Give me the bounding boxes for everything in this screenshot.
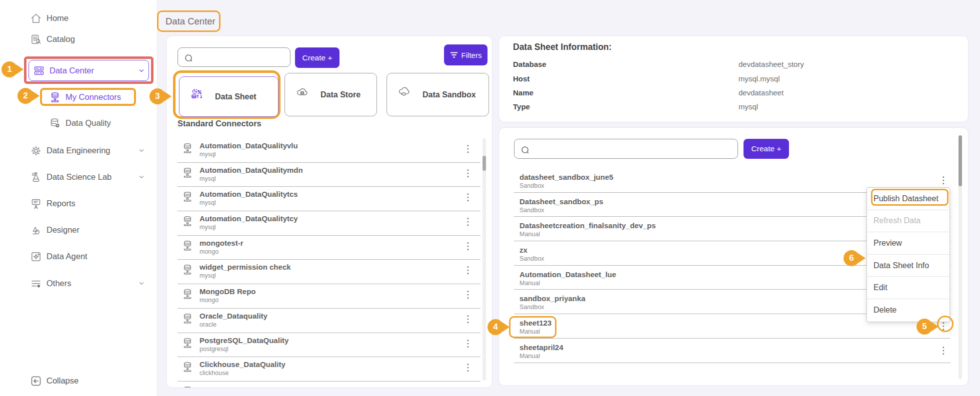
datasheet-list-scrollbar — [958, 135, 962, 379]
kebab-menu-icon[interactable] — [462, 312, 474, 327]
menu-item-publish-datasheet[interactable]: Publish Datasheet — [867, 188, 950, 210]
sidebar-item-designer[interactable]: Designer — [30, 222, 146, 237]
kebab-menu-icon[interactable] — [462, 239, 474, 254]
kebab-menu-icon[interactable] — [462, 263, 474, 278]
connector-list-scrollbar — [482, 138, 486, 381]
sidebar-item-data-center[interactable]: Data Center — [33, 63, 146, 78]
home-icon — [30, 12, 41, 23]
menu-item-refresh-data: Refresh Data — [867, 210, 950, 233]
sidebar-item-label: Designer — [46, 225, 80, 235]
connector-name: Automation_DataQualitytcy — [200, 214, 298, 223]
catalog-icon — [30, 33, 41, 44]
annotation-marker-1: 1 — [2, 61, 18, 77]
database-icon — [182, 142, 193, 154]
menu-item-delete[interactable]: Delete — [867, 299, 950, 322]
datasheet-name: Datasheet_sandbox_ps — [520, 197, 604, 206]
tab-data-sandbox[interactable]: Data Sandbox — [386, 73, 489, 116]
connector-row[interactable]: Clickhouse_DataQualityclickhouse — [178, 357, 480, 382]
designer-icon — [30, 224, 41, 235]
filters-button[interactable]: Filters — [444, 44, 488, 65]
scrollbar-thumb[interactable] — [958, 135, 962, 186]
chevron-down-icon[interactable] — [138, 67, 145, 74]
create-datasheet-button[interactable]: Create + — [744, 139, 789, 159]
kebab-menu-icon[interactable] — [462, 336, 474, 351]
datasheet-type: Manual — [520, 328, 540, 335]
connector-row[interactable]: PostgreSQL_DataQualitypostgresql — [178, 333, 480, 358]
create-connector-button[interactable]: Create + — [295, 47, 340, 68]
kebab-menu-icon[interactable] — [462, 214, 474, 229]
data-sandbox-icon — [398, 86, 416, 104]
chevron-down-icon[interactable] — [138, 280, 145, 287]
datasheet-info-panel: Data Sheet Information: Database devdata… — [498, 35, 968, 122]
connector-row[interactable]: MongoDB Repomongo — [178, 284, 480, 309]
sidebar-item-data-agent[interactable]: Data Agent — [30, 249, 146, 264]
scrollbar-thumb[interactable] — [482, 156, 486, 171]
connector-name: widget_permission check — [200, 263, 291, 271]
datasheet-type: Sandbox — [520, 255, 544, 262]
database-icon — [182, 167, 193, 178]
sidebar-item-label: Data Agent — [46, 252, 88, 261]
menu-item-data-sheet-info[interactable]: Data Sheet Info — [867, 255, 950, 277]
sidebar-item-data-quality[interactable]: Data Quality — [49, 115, 146, 130]
tab-data-sheet[interactable]: Data Sheet — [179, 76, 278, 117]
connector-row[interactable]: Automation_DataQualityvlumysql — [178, 138, 480, 163]
connector-search-input[interactable] — [196, 48, 290, 66]
info-label: Type — [513, 102, 530, 111]
kebab-menu-icon[interactable] — [938, 173, 949, 188]
sidebar-item-my-connectors[interactable]: My Connectors — [49, 89, 146, 104]
chevron-down-icon[interactable] — [138, 147, 145, 154]
menu-item-preview[interactable]: Preview — [867, 232, 950, 255]
database-icon — [182, 313, 193, 324]
datasheet-search[interactable] — [514, 139, 738, 159]
connector-search[interactable] — [178, 47, 290, 67]
database-icon — [182, 386, 193, 388]
datasheet-search-input[interactable] — [532, 139, 738, 158]
sidebar-item-reports[interactable]: Reports — [30, 196, 146, 211]
database-icon — [182, 191, 193, 202]
datasheet-name: datasheet_sandbox_june5 — [520, 173, 614, 181]
sidebar-item-label: Catalog — [46, 34, 75, 44]
card-label: Data Sheet — [215, 92, 256, 101]
datasheet-type: Manual — [520, 231, 540, 238]
kebab-menu-icon[interactable] — [462, 287, 474, 302]
connector-row[interactable]: widget_permission checkmysql — [178, 260, 480, 284]
sidebar-item-data-engineering[interactable]: Data Engineering — [30, 143, 146, 158]
data-agent-icon — [30, 251, 41, 262]
sidebar-item-catalog[interactable]: Catalog — [30, 31, 146, 46]
connector-type: clickhouse — [200, 370, 228, 377]
connectors-panel: Create + Filters Data Sheet Data Store D… — [166, 35, 492, 388]
kebab-menu-icon[interactable] — [462, 141, 474, 156]
kebab-menu-icon[interactable] — [462, 190, 474, 205]
sidebar-item-others[interactable]: Others — [30, 276, 146, 291]
datasheet-info-title: Data Sheet Information: — [513, 42, 612, 52]
sidebar-item-data-science-lab[interactable]: Data Science Lab — [30, 169, 146, 184]
datasheet-name: Datasheetcreation_finalsanity_dev_ps — [520, 221, 656, 230]
tab-data-store[interactable]: Data Store — [284, 73, 377, 116]
connector-list: Automation_DataQualityvlumysql Automatio… — [178, 138, 480, 388]
kebab-menu-icon[interactable] — [462, 360, 474, 375]
sidebar-item-label: Data Science Lab — [46, 172, 112, 182]
data-sheet-icon — [190, 88, 208, 106]
kebab-menu-icon[interactable] — [938, 343, 949, 358]
info-value: mysql.mysql — [738, 74, 780, 83]
annotation-marker-2: 2 — [18, 88, 34, 104]
connector-row[interactable]: Automation_DataQualitytcsmysql — [178, 187, 480, 211]
connector-row[interactable]: Oracle_Dataqualityoracle — [178, 309, 480, 333]
menu-item-edit[interactable]: Edit — [867, 277, 950, 299]
chevron-down-icon[interactable] — [138, 173, 145, 180]
sidebar-item-home[interactable]: Home — [30, 10, 146, 25]
sidebar-item-label: Data Engineering — [46, 146, 110, 155]
sidebar-item-label: My Connectors — [66, 92, 121, 102]
sidebar-item-label: Reports — [46, 199, 76, 208]
connector-row[interactable]: Automation_DataQualitymdnmysql — [178, 163, 480, 187]
datasheet-row[interactable]: sheetapril24Manual — [514, 339, 950, 363]
info-value: devdatasheet — [738, 88, 784, 97]
connector-row[interactable]: Automation_DataQualitytcymysql — [178, 211, 480, 236]
database-icon — [182, 337, 193, 349]
data-engineering-icon — [30, 145, 41, 156]
collapse-button[interactable]: Collapse — [30, 373, 78, 388]
kebab-menu-icon[interactable] — [462, 166, 474, 181]
connector-type: mongo — [200, 248, 218, 255]
connector-row[interactable]: mongotest-rmongo — [178, 236, 480, 260]
connector-name: PostgreSQL_DataQuality — [200, 336, 288, 345]
